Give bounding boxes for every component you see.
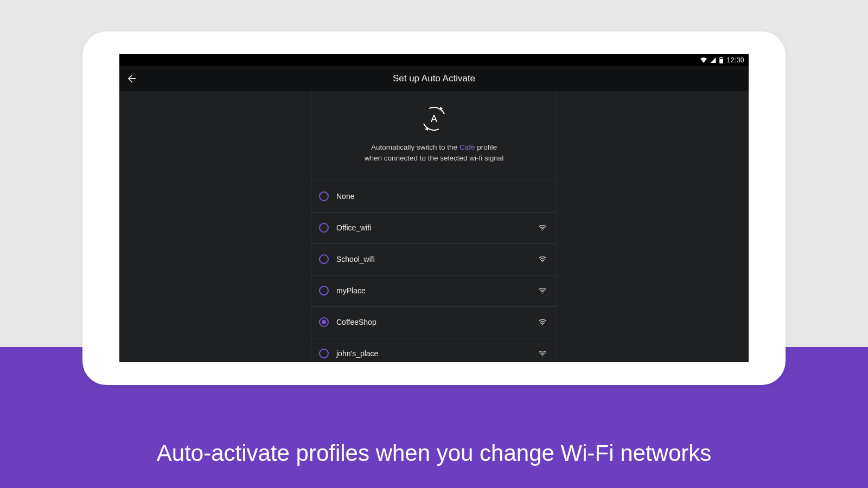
wifi-option-label: School_wifi <box>336 255 531 264</box>
wifi-network-list: NoneOffice_wifiSchool_wifimyPlaceCoffeeS… <box>311 181 557 363</box>
radio-button[interactable] <box>319 191 329 201</box>
cell-signal-icon <box>710 57 716 63</box>
wifi-option-label: john's_place <box>336 349 531 358</box>
left-empty-pane <box>119 91 311 362</box>
wifi-option-label: Office_wifi <box>336 223 531 232</box>
screen-title: Set up Auto Activate <box>119 73 749 84</box>
android-status-bar: 12:30 <box>119 54 749 66</box>
wifi-option-row[interactable]: School_wifi <box>311 244 557 275</box>
right-empty-pane <box>557 91 749 362</box>
intro-line1-before: Automatically switch to the <box>371 143 459 151</box>
center-pane: A Automatically switch to the Café profi… <box>311 91 557 362</box>
svg-rect-1 <box>721 57 723 58</box>
wifi-signal-icon <box>538 349 547 358</box>
promo-caption: Auto-activate profiles when you change W… <box>157 440 711 466</box>
wifi-option-row[interactable]: None <box>311 181 557 213</box>
intro-line2: when connected to the selected wi-fi sig… <box>365 154 504 162</box>
content-columns: A Automatically switch to the Café profi… <box>119 91 749 362</box>
tablet-screen: 12:30 Set up Auto Activate A <box>119 54 749 362</box>
wifi-signal-icon <box>538 318 547 326</box>
svg-point-4 <box>542 261 543 262</box>
wifi-option-row[interactable]: myPlace <box>311 275 557 307</box>
radio-button[interactable] <box>319 254 329 264</box>
auto-icon-letter: A <box>420 105 448 132</box>
svg-point-7 <box>542 355 543 356</box>
wifi-option-row[interactable]: john's_place <box>311 338 557 363</box>
intro-block: A Automatically switch to the Café profi… <box>311 91 557 181</box>
arrow-back-icon <box>126 73 138 85</box>
svg-point-5 <box>542 292 543 293</box>
auto-activate-icon: A <box>420 105 448 132</box>
wifi-signal-icon <box>538 223 547 232</box>
radio-button[interactable] <box>319 349 329 358</box>
svg-point-3 <box>542 229 543 230</box>
back-button[interactable] <box>119 66 144 91</box>
intro-text: Automatically switch to the Café profile… <box>323 142 545 164</box>
wifi-option-label: CoffeeShop <box>336 318 531 326</box>
radio-button[interactable] <box>319 286 329 296</box>
intro-profile-name: Café <box>459 143 475 151</box>
wifi-status-icon <box>700 57 707 63</box>
tablet-frame: 12:30 Set up Auto Activate A <box>82 31 786 385</box>
wifi-option-row[interactable]: CoffeeShop <box>311 307 557 338</box>
status-clock: 12:30 <box>726 56 744 64</box>
wifi-signal-icon <box>538 286 547 295</box>
wifi-option-label: None <box>336 192 547 201</box>
app-action-bar: Set up Auto Activate <box>119 66 749 91</box>
radio-button[interactable] <box>319 223 329 233</box>
wifi-option-row[interactable]: Office_wifi <box>311 213 557 244</box>
intro-line1-after: profile <box>475 143 497 151</box>
svg-point-6 <box>542 324 543 325</box>
radio-button[interactable] <box>319 317 329 327</box>
battery-icon <box>719 57 723 63</box>
svg-rect-2 <box>720 58 723 59</box>
wifi-signal-icon <box>538 255 547 264</box>
wifi-option-label: myPlace <box>336 286 531 295</box>
